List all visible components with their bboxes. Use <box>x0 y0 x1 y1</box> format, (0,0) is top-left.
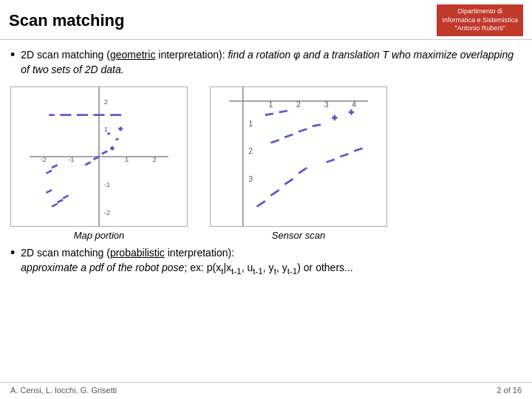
svg-line-13 <box>47 190 52 193</box>
bullet1-underline: geometric <box>110 49 155 61</box>
svg-line-39 <box>257 201 265 207</box>
svg-text:-2: -2 <box>104 208 110 216</box>
bullet-dot-1: • <box>10 48 15 61</box>
bullet2-underline: probabilistic <box>110 247 165 259</box>
svg-line-18 <box>102 151 108 154</box>
svg-text:1: 1 <box>125 154 129 163</box>
svg-line-15 <box>52 165 58 168</box>
bullet-1-text: 2D scan matching (geometric interpretati… <box>21 47 522 78</box>
bullet-1: • 2D scan matching (geometric interpreta… <box>10 47 522 78</box>
svg-text:1: 1 <box>248 118 253 127</box>
header: Scan matching Dipartimento di Informatic… <box>0 0 532 40</box>
bullet-dot-2: • <box>10 246 15 259</box>
svg-text:-2: -2 <box>41 154 47 163</box>
svg-text:1: 1 <box>268 100 273 109</box>
sensor-chart: 1 2 3 4 1 2 3 <box>210 86 387 227</box>
svg-text:3: 3 <box>324 100 329 109</box>
svg-line-48 <box>299 129 307 132</box>
sensor-chart-container: 1 2 3 4 1 2 3 <box>210 86 387 241</box>
map-chart-label: Map portion <box>74 230 125 241</box>
map-chart-container: -2 -1 1 2 2 1 -1 -2 <box>10 86 188 241</box>
dept-badge: Dipartimento di Informatica e Sistemisti… <box>437 4 523 36</box>
svg-line-41 <box>284 179 293 185</box>
svg-line-11 <box>58 200 64 202</box>
main-content: • 2D scan matching (geometric interpreta… <box>0 40 532 288</box>
svg-line-49 <box>313 124 321 126</box>
page-title: Scan matching <box>9 11 124 30</box>
bullet-1-block: • 2D scan matching (geometric interpreta… <box>10 47 522 78</box>
bullet-2-block: • 2D scan matching (probabilistic interp… <box>10 245 522 278</box>
footer-authors: A. Censi, L. Iocchi, G. Grisetti <box>10 386 117 395</box>
bullet1-prefix: 2D scan matching ( <box>21 49 110 61</box>
svg-line-16 <box>85 162 91 165</box>
charts-row: -2 -1 1 2 2 1 -1 -2 <box>10 86 522 241</box>
svg-line-43 <box>327 159 335 162</box>
svg-text:2: 2 <box>296 100 301 109</box>
bullet-2-text: 2D scan matching (probabilistic interpre… <box>21 245 352 278</box>
bullet2-prefix: 2D scan matching ( <box>21 247 110 259</box>
map-chart: -2 -1 1 2 2 1 -1 -2 <box>10 86 188 227</box>
svg-text:-1: -1 <box>104 180 110 188</box>
svg-text:2: 2 <box>104 97 108 105</box>
bullet1-middle: interpretation): <box>155 49 228 61</box>
svg-line-47 <box>284 134 293 137</box>
svg-line-14 <box>47 170 52 173</box>
svg-line-46 <box>270 140 279 143</box>
svg-line-45 <box>354 148 362 151</box>
svg-line-10 <box>52 204 58 207</box>
svg-line-24 <box>107 133 110 134</box>
svg-line-40 <box>270 190 279 196</box>
svg-line-51 <box>279 111 287 112</box>
bullet-2: • 2D scan matching (probabilistic interp… <box>10 245 522 278</box>
footer: A. Censi, L. Iocchi, G. Grisetti 2 of 16 <box>0 382 532 395</box>
sensor-chart-label: Sensor scan <box>272 230 325 241</box>
bullet2-middle: interpretation): <box>165 247 234 259</box>
svg-line-12 <box>63 195 69 198</box>
svg-text:2: 2 <box>153 154 157 163</box>
svg-line-42 <box>299 168 307 174</box>
footer-page: 2 of 16 <box>497 386 522 395</box>
svg-line-25 <box>116 138 119 140</box>
bullet2-italic: approximate a pdf of the robot pose <box>21 262 184 273</box>
svg-text:3: 3 <box>248 174 253 183</box>
bullet2-suffix: ; ex: p(xt|xt-1, ut-1, yt, yt-1) or othe… <box>184 262 352 273</box>
svg-line-44 <box>340 154 348 157</box>
svg-text:2: 2 <box>248 146 253 155</box>
svg-line-50 <box>265 113 273 115</box>
svg-text:-1: -1 <box>68 154 74 163</box>
svg-text:4: 4 <box>352 100 356 109</box>
svg-text:1: 1 <box>104 125 108 133</box>
